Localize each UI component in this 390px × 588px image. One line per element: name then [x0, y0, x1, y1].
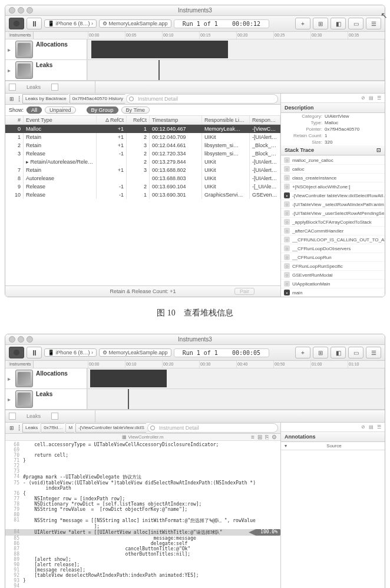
inspector-tools[interactable]: ⊘▤☰	[281, 423, 385, 432]
disclosure-icon[interactable]: ▸	[5, 368, 12, 388]
ruler-label: Instruments	[8, 32, 34, 39]
stack-frame[interactable]: ○-[UITableView _userSelectRowAtPendingSe…	[281, 208, 385, 217]
stack-frame[interactable]: ○calloc	[281, 164, 385, 173]
stack-frame[interactable]: ○__CFRunLoopRun	[281, 253, 385, 261]
instruments-window-1: Instruments3 📱 iPhone 6 (8…) › ⚙ MemoryL…	[5, 5, 385, 297]
strategy-icon[interactable]: ⊞	[313, 18, 328, 29]
stack-frame[interactable]: ○+[NSObject allocWithZone:]	[281, 182, 385, 191]
traffic-lights[interactable]	[9, 336, 33, 343]
track-allocations[interactable]: ▸ Allocations	[5, 368, 385, 389]
stack-frame[interactable]: ○__CFRUNLOOP_IS_CALLING_OUT_TO_AN…	[281, 235, 385, 244]
titlebar: Instruments3	[5, 5, 385, 16]
table-header[interactable]: # Event Type Δ RefCt RefCt Timestamp Res…	[5, 116, 280, 125]
table-row[interactable]: 8Autorelease00:13.688.803UIKit-[UIAlertC…	[5, 174, 280, 182]
library-icon[interactable]: ◧	[330, 347, 346, 358]
run-indicator: Run 1 of 1 00:00:05	[174, 348, 269, 357]
app-chip[interactable]: ⚙ MemoryLeakSample.app	[99, 348, 171, 357]
disclosure-icon[interactable]: ▸	[5, 389, 12, 409]
track-list: ▸ Allocations ▸ Leaks	[5, 368, 385, 410]
fullscreen-icon[interactable]: ▭	[348, 18, 363, 29]
desc-header: Description	[281, 103, 385, 113]
stack-frame[interactable]: ▪main	[281, 288, 385, 297]
app-chip[interactable]: ⚙ MemoryLeakSample.app	[99, 19, 171, 28]
crumb-history[interactable]: 0x7f945ac40570 History	[70, 94, 128, 104]
crumb-leaks-bt[interactable]: Leaks by Backtrace	[22, 94, 71, 104]
leaks-icon	[15, 61, 33, 79]
grid-icon: ▤	[369, 95, 374, 101]
crumb-method[interactable]: -[ViewController tableView:didS	[75, 423, 149, 433]
selector-label: Leaks	[27, 413, 41, 419]
code-toolbar[interactable]: ≡⊞⎘⚙	[251, 434, 277, 440]
disclosure-icon[interactable]: ▸	[5, 39, 12, 59]
breadcrumbs[interactable]: ⊞┆ Leaks by Backtrace 0x7f945ac40570 His…	[5, 94, 280, 105]
pause-button[interactable]	[27, 18, 42, 29]
table-row[interactable]: ▸ Retain/Autorelease/Release (3)200:13.2…	[5, 158, 280, 166]
strategy-icon[interactable]: ⊞	[313, 347, 328, 358]
track-leaks[interactable]: ▸ Leaks	[5, 389, 385, 410]
expand-icon[interactable]: ⊡	[376, 147, 381, 153]
device-chip[interactable]: 📱 iPhone 6 (8…) ›	[44, 348, 97, 357]
search-input[interactable]: Instrument Detail	[126, 94, 278, 104]
allocations-icon	[15, 370, 33, 387]
device-chip[interactable]: 📱 iPhone 6 (8…) ›	[44, 19, 97, 28]
stack-frame[interactable]: ○UIApplicationMain	[281, 279, 385, 288]
inspector-icon[interactable]: ☰	[366, 347, 381, 358]
table-row[interactable]: 9Release-1200:13.690.104UIKit-[_UIAlertC…	[5, 182, 280, 191]
timeline-ruler: Instruments 00:0000:0500:1000:1500:2000:…	[5, 32, 385, 39]
table-row[interactable]: 0Malloc+1100:12.040.467MemoryLeak…-[View…	[5, 125, 280, 133]
inspector-icon[interactable]: ☰	[366, 18, 381, 29]
stack-frame[interactable]: ○class_createInstance	[281, 173, 385, 182]
stack-frame[interactable]: ○CFRunLoopRunSpecific	[281, 261, 385, 270]
inspector: ⊘▤☰ Annotations ▾ Source	[281, 423, 385, 588]
filter-bygroup[interactable]: By Group	[87, 107, 118, 114]
cursor-icon: ↖	[381, 11, 385, 20]
add-button[interactable]: +	[295, 18, 310, 29]
leaks-icon	[15, 390, 33, 408]
selector-icon[interactable]	[9, 84, 16, 91]
pause-button[interactable]	[27, 347, 42, 358]
selector-icon[interactable]	[9, 413, 16, 420]
table-row[interactable]: 7Retain+1300:13.688.802UIKit-[UIAlertVie…	[5, 166, 280, 174]
crumb-addr[interactable]: 0x7f9d…	[41, 423, 67, 433]
table-row[interactable]: 3Release-1200:12.720.334libsystem_si…_Bl…	[5, 150, 280, 158]
filter-bar: Show: All Unpaired By Group By Time	[5, 105, 280, 116]
stack-frame[interactable]: ▪-[ViewController tableView:didSelectRow…	[281, 191, 385, 200]
table-row[interactable]: 2Retain+1300:12.044.661libsystem_si…_Blo…	[5, 141, 280, 150]
source-code[interactable]: 68 cell.accessoryType = UITableViewCellA…	[5, 441, 280, 588]
traffic-lights[interactable]	[9, 7, 33, 14]
add-button[interactable]: +	[295, 347, 310, 358]
stack-icon: ☰	[377, 95, 381, 101]
selector-icon-2[interactable]	[51, 84, 58, 91]
crumb-leaks[interactable]: Leaks	[22, 423, 42, 433]
table-row[interactable]: 1Retain+1200:12.040.709UIKit-[UIAlertVie…	[5, 133, 280, 141]
library-icon[interactable]: ◧	[330, 18, 346, 29]
show-label: Show:	[9, 107, 24, 113]
record-button[interactable]	[9, 18, 24, 29]
filter-bytime[interactable]: By Time	[121, 107, 150, 114]
stack-frame[interactable]: ○_afterCACommitHandler	[281, 226, 385, 235]
inspector-tools[interactable]: ⊘▤☰↖	[281, 94, 385, 103]
window-title: Instruments3	[178, 7, 212, 14]
stack-frame[interactable]: ○__CFRunLoopDoObservers	[281, 244, 385, 253]
stack-frame[interactable]: ○malloc_zone_calloc	[281, 155, 385, 164]
search-input[interactable]: Instrument Detail	[147, 423, 278, 433]
fullscreen-icon[interactable]: ▭	[348, 347, 363, 358]
filter-unpaired[interactable]: Unpaired	[45, 107, 76, 114]
selector-icon-2[interactable]	[51, 413, 58, 420]
record-button[interactable]	[9, 347, 24, 358]
filter-all[interactable]: All	[27, 107, 42, 114]
timeline-ruler: Instruments 00:0000:1000:2000:3000:4000:…	[5, 361, 385, 368]
stack-frame[interactable]: ○-[UITableView _selectRowAtIndexPath:ani…	[281, 200, 385, 208]
stack-frame[interactable]: ○GSEventRunModal	[281, 270, 385, 279]
ruler-label: Instruments	[8, 361, 34, 368]
toolbar: 📱 iPhone 6 (8…) › ⚙ MemoryLeakSample.app…	[5, 345, 385, 361]
disclosure-icon[interactable]: ▸	[5, 60, 12, 80]
track-leaks[interactable]: ▸ Leaks	[5, 60, 385, 81]
stack-frame[interactable]: ○_applyBlockToCFArrayCopiedToStack	[281, 217, 385, 226]
table-row[interactable]: 10Release-1100:13.690.301GraphicsServi…G…	[5, 191, 280, 199]
pair-button[interactable]: Pair	[234, 288, 255, 295]
track-allocations[interactable]: ▸ Allocations	[5, 39, 385, 60]
breadcrumbs[interactable]: ⊞┆ Leaks 0x7f9d… M -[ViewController tabl…	[5, 423, 280, 434]
run-indicator: Run 1 of 1 00:00:12	[174, 19, 269, 28]
inspector: ⊘▤☰↖ Description Category:UIAlertViewTyp…	[281, 94, 385, 297]
